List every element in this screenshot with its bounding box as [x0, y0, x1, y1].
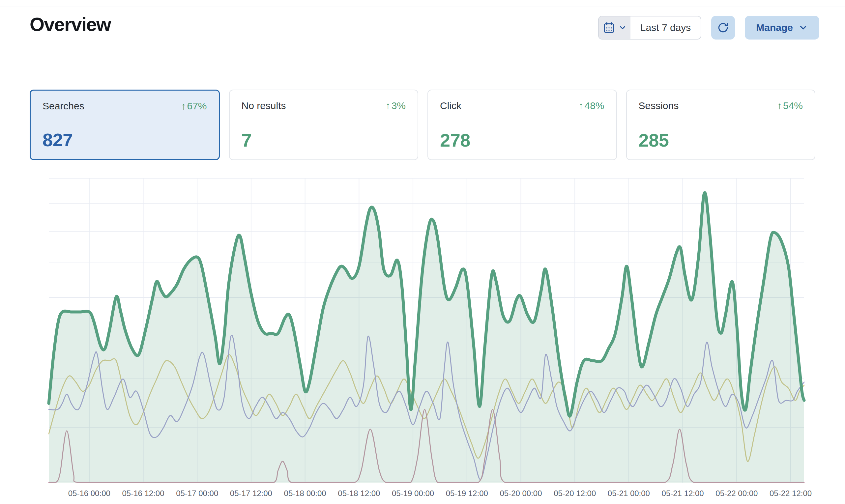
x-axis-label: 05-17 12:00 — [230, 489, 272, 498]
chevron-down-icon — [798, 23, 808, 33]
stat-card-searches[interactable]: Searches ↑67% 827 — [30, 90, 220, 160]
stat-card-delta: ↑54% — [777, 100, 803, 111]
stat-card-delta: ↑48% — [578, 100, 604, 111]
stat-card-label: Click — [440, 100, 461, 111]
stat-card-no-results[interactable]: No results ↑3% 7 — [229, 90, 419, 160]
x-axis-label: 05-18 00:00 — [284, 489, 326, 498]
refresh-icon — [717, 21, 729, 34]
x-axis-label: 05-20 00:00 — [499, 489, 542, 498]
overview-chart: 05-16 00:0005-16 12:0005-17 00:0005-17 1… — [0, 165, 845, 504]
stat-card-value: 285 — [639, 129, 669, 151]
x-axis-label: 05-22 12:00 — [770, 489, 812, 498]
arrow-up-icon: ↑ — [386, 100, 390, 111]
x-axis-label: 05-19 12:00 — [446, 489, 488, 498]
x-axis-label: 05-21 12:00 — [662, 489, 704, 498]
manage-button-label: Manage — [756, 22, 793, 33]
page-title: Overview — [30, 13, 111, 35]
x-axis-label: 05-22 00:00 — [716, 489, 758, 498]
stat-card-sessions[interactable]: Sessions ↑54% 285 — [626, 90, 816, 160]
x-axis-label: 05-16 12:00 — [122, 489, 164, 498]
stat-card-value: 278 — [440, 129, 470, 151]
x-axis-label: 05-19 00:00 — [392, 489, 434, 498]
date-range-control[interactable]: Last 7 days — [598, 16, 701, 39]
stat-card-label: Sessions — [639, 100, 679, 111]
stat-card-value: 827 — [42, 129, 73, 150]
x-axis-label: 05-17 00:00 — [176, 489, 218, 498]
stat-card-value: 7 — [242, 129, 252, 151]
chevron-down-icon — [618, 23, 627, 32]
date-range-value[interactable]: Last 7 days — [631, 16, 701, 39]
manage-button[interactable]: Manage — [745, 16, 819, 39]
arrow-up-icon: ↑ — [777, 100, 782, 111]
x-axis-label: 05-20 12:00 — [554, 489, 596, 498]
x-axis-label: 05-21 00:00 — [608, 489, 650, 498]
arrow-up-icon: ↑ — [578, 100, 583, 111]
stat-cards-row: Searches ↑67% 827 No results ↑3% 7 Click… — [30, 90, 815, 160]
date-picker-button[interactable] — [599, 16, 631, 39]
toolbar: Last 7 days Manage — [598, 16, 819, 39]
top-divider — [0, 6, 845, 7]
stat-card-delta: ↑3% — [386, 100, 406, 111]
x-axis-label: 05-16 00:00 — [68, 489, 110, 498]
stat-card-click[interactable]: Click ↑48% 278 — [427, 90, 617, 160]
x-axis-label: 05-18 12:00 — [338, 489, 380, 498]
stat-card-label: Searches — [42, 101, 84, 112]
calendar-icon — [602, 21, 616, 34]
refresh-button[interactable] — [711, 16, 735, 39]
arrow-up-icon: ↑ — [181, 101, 186, 112]
stat-card-delta: ↑67% — [181, 101, 207, 112]
stat-card-label: No results — [242, 100, 286, 111]
